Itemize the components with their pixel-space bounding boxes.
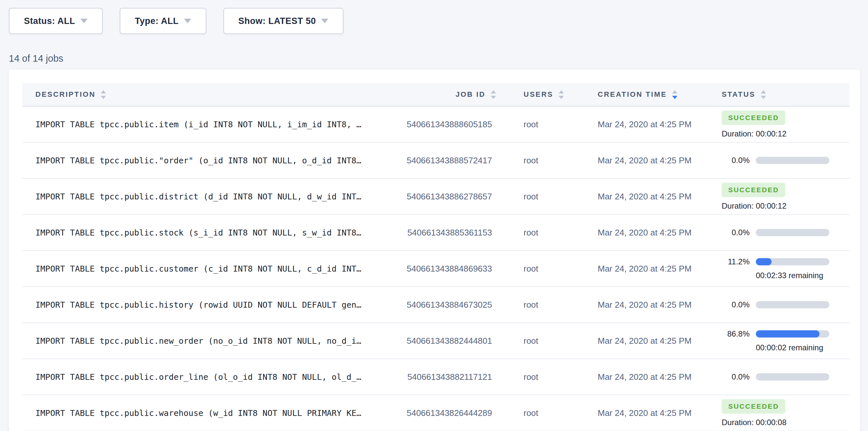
- job-creation-time: Mar 24, 2020 at 4:25 PM: [577, 300, 702, 310]
- column-header-label: JOB ID: [456, 90, 486, 99]
- job-description: IMPORT TABLE tpcc.public.item (i_id INT8…: [22, 120, 377, 129]
- progress-percent: 0.0%: [702, 300, 750, 309]
- column-header-creation-time[interactable]: CREATION TIME: [577, 83, 702, 106]
- type-filter-label: Type: ALL: [135, 16, 179, 26]
- job-status-cell: 0.0%: [702, 156, 849, 165]
- progress-line: 11.2%: [702, 257, 849, 266]
- progress-bar: [756, 301, 829, 308]
- sort-desc-icon: [491, 96, 496, 99]
- job-id: 540661343826444289: [377, 408, 499, 418]
- sort-icons: [491, 90, 496, 99]
- time-remaining: 00:00:02 remaining: [756, 343, 849, 352]
- job-creation-time: Mar 24, 2020 at 4:25 PM: [577, 408, 702, 418]
- job-duration: Duration: 00:00:08: [722, 418, 786, 427]
- job-id: 540661343884869633: [377, 264, 499, 274]
- show-filter-label: Show: LATEST 50: [239, 16, 316, 26]
- job-description: IMPORT TABLE tpcc.public.history (rowid …: [22, 300, 377, 310]
- status-filter-dropdown[interactable]: Status: ALL: [9, 8, 103, 34]
- job-creation-time: Mar 24, 2020 at 4:25 PM: [577, 336, 702, 346]
- type-filter-dropdown[interactable]: Type: ALL: [120, 8, 206, 34]
- job-creation-time: Mar 24, 2020 at 4:25 PM: [577, 155, 702, 166]
- status-succeeded: SUCCEEDEDDuration: 00:00:08: [702, 399, 849, 427]
- table-row: IMPORT TABLE tpcc.public.new_order (no_o…: [22, 323, 849, 359]
- job-id: 540661343882444801: [377, 336, 499, 346]
- job-creation-time: Mar 24, 2020 at 4:25 PM: [577, 228, 702, 238]
- table-row: IMPORT TABLE tpcc.public.district (d_id …: [22, 179, 849, 215]
- progress-line: 0.0%: [702, 372, 849, 381]
- progress-line: 0.0%: [702, 228, 849, 237]
- job-id: 540661343886278657: [377, 191, 499, 202]
- table-header-row: DESCRIPTION JOB ID USERS: [22, 83, 849, 106]
- progress-line: 0.0%: [702, 156, 849, 165]
- job-user: root: [499, 155, 577, 166]
- sort-desc-icon: [559, 96, 564, 99]
- job-user: root: [499, 300, 577, 310]
- sort-icons: [559, 90, 564, 99]
- chevron-down-icon: [321, 19, 329, 23]
- progress-percent: 0.0%: [702, 228, 750, 237]
- job-status-cell: 0.0%: [702, 372, 849, 381]
- column-header-label: STATUS: [722, 90, 755, 99]
- column-header-label: USERS: [524, 90, 553, 99]
- progress-bar: [756, 229, 829, 236]
- job-user: root: [499, 191, 577, 202]
- job-creation-time: Mar 24, 2020 at 4:25 PM: [577, 372, 702, 382]
- sort-asc-icon: [672, 90, 677, 93]
- jobs-page: Status: ALL Type: ALL Show: LATEST 50 14…: [0, 0, 868, 431]
- sort-icons: [101, 90, 106, 99]
- job-status-cell: 0.0%: [702, 228, 849, 237]
- job-description: IMPORT TABLE tpcc.public.stock (s_i_id I…: [22, 228, 377, 238]
- job-description: IMPORT TABLE tpcc.public.new_order (no_o…: [22, 336, 377, 346]
- progress-bar: [756, 258, 829, 265]
- progress-line: 0.0%: [702, 300, 849, 309]
- sort-icons: [761, 90, 766, 99]
- status-filter-label: Status: ALL: [24, 16, 75, 26]
- column-header-users[interactable]: USERS: [499, 83, 577, 106]
- show-filter-dropdown[interactable]: Show: LATEST 50: [223, 8, 344, 34]
- status-badge: SUCCEEDED: [722, 399, 785, 413]
- job-creation-time: Mar 24, 2020 at 4:25 PM: [577, 264, 702, 274]
- progress-percent: 11.2%: [702, 257, 750, 266]
- sort-icons: [672, 90, 677, 99]
- job-user: root: [499, 372, 577, 382]
- job-description: IMPORT TABLE tpcc.public.district (d_id …: [22, 192, 377, 202]
- job-duration: Duration: 00:00:12: [722, 129, 786, 138]
- status-badge: SUCCEEDED: [722, 183, 785, 197]
- job-description: IMPORT TABLE tpcc.public."order" (o_id I…: [22, 156, 377, 165]
- job-user: root: [499, 408, 577, 418]
- table-row: IMPORT TABLE tpcc.public.item (i_id INT8…: [22, 106, 849, 143]
- table-row: IMPORT TABLE tpcc.public.customer (c_id …: [22, 251, 849, 287]
- sort-desc-icon: [761, 96, 766, 99]
- column-header-description[interactable]: DESCRIPTION: [22, 83, 377, 106]
- job-status-cell: SUCCEEDEDDuration: 00:00:08: [702, 399, 849, 427]
- progress-percent: 0.0%: [702, 372, 750, 381]
- status-succeeded: SUCCEEDEDDuration: 00:00:12: [702, 183, 849, 211]
- status-badge: SUCCEEDED: [722, 111, 785, 125]
- job-user: root: [499, 119, 577, 129]
- sort-desc-icon: [101, 96, 106, 99]
- table-row: IMPORT TABLE tpcc.public.history (rowid …: [22, 287, 849, 323]
- job-status-cell: 86.8%00:00:02 remaining: [702, 329, 849, 352]
- table-body: IMPORT TABLE tpcc.public.item (i_id INT8…: [22, 106, 849, 431]
- chevron-down-icon: [184, 19, 191, 23]
- progress-percent: 86.8%: [702, 329, 750, 339]
- job-id: 540661343888572417: [377, 155, 499, 166]
- job-id: 540661343884673025: [377, 300, 499, 310]
- job-description: IMPORT TABLE tpcc.public.warehouse (w_id…: [22, 408, 377, 418]
- progress-bar: [756, 373, 829, 380]
- column-header-job-id[interactable]: JOB ID: [377, 83, 499, 106]
- job-creation-time: Mar 24, 2020 at 4:25 PM: [577, 191, 702, 202]
- table-row: IMPORT TABLE tpcc.public.order_line (ol_…: [22, 359, 849, 395]
- sort-asc-icon: [761, 90, 766, 93]
- column-header-status[interactable]: STATUS: [702, 83, 849, 106]
- job-id: 540661343888605185: [377, 119, 499, 129]
- jobs-count-summary: 14 of 14 jobs: [9, 53, 63, 64]
- job-id: 540661343882117121: [377, 372, 499, 382]
- job-status-cell: SUCCEEDEDDuration: 00:00:12: [702, 183, 849, 211]
- column-header-label: CREATION TIME: [598, 90, 667, 99]
- sort-desc-icon: [672, 96, 677, 99]
- job-status-cell: SUCCEEDEDDuration: 00:00:12: [702, 111, 849, 138]
- job-description: IMPORT TABLE tpcc.public.order_line (ol_…: [22, 372, 377, 382]
- table-row: IMPORT TABLE tpcc.public."order" (o_id I…: [22, 143, 849, 179]
- progress-bar: [756, 330, 829, 338]
